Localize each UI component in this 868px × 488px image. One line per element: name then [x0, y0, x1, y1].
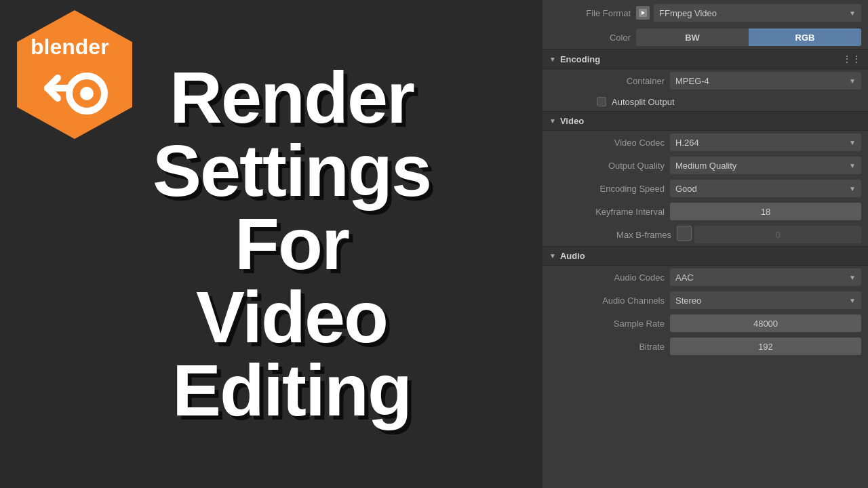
sample-rate-input[interactable]: 48000 — [670, 314, 861, 332]
video-codec-row: Video Codec H.264 ▼ — [542, 131, 868, 154]
audio-codec-control: AAC ▼ — [670, 268, 861, 286]
output-quality-dropdown-arrow: ▼ — [849, 162, 856, 169]
file-format-row: File Format FFmpeg Video ▼ — [542, 0, 868, 26]
sample-rate-row: Sample Rate 48000 — [542, 312, 868, 335]
color-buttons: BW RGB — [636, 28, 861, 46]
encoding-speed-dropdown-arrow: ▼ — [849, 185, 856, 192]
audio-codec-dropdown-arrow: ▼ — [849, 274, 856, 281]
left-panel: blender Render Settings For Video Editin… — [0, 0, 542, 488]
container-dropdown-arrow: ▼ — [849, 77, 856, 85]
file-format-dropdown-arrow: ▼ — [849, 9, 856, 17]
bitrate-input[interactable]: 192 — [670, 338, 861, 355]
output-quality-dropdown[interactable]: Medium Quality ▼ — [670, 157, 861, 174]
output-quality-row: Output Quality Medium Quality ▼ — [542, 154, 868, 177]
encoding-section-title: Encoding — [560, 54, 600, 64]
audio-codec-label: Audio Codec — [549, 272, 665, 283]
encoding-menu-icon[interactable]: ⋮⋮ — [842, 54, 861, 64]
max-bframes-label: Max B-frames — [549, 230, 671, 240]
encoding-arrow-icon: ▼ — [549, 56, 556, 63]
autosplit-row: Autosplit Output — [542, 92, 868, 111]
encoding-section-header[interactable]: ▼ Encoding ⋮⋮ — [542, 49, 868, 69]
keyframe-interval-label: Keyframe Interval — [549, 207, 665, 217]
autosplit-checkbox[interactable] — [597, 97, 606, 106]
bitrate-label: Bitrate — [549, 342, 665, 352]
svg-text:blender: blender — [31, 35, 109, 59]
blender-logo: blender — [7, 7, 142, 142]
audio-channels-label: Audio Channels — [549, 296, 665, 306]
video-codec-control: H.264 ▼ — [670, 134, 861, 151]
audio-codec-dropdown[interactable]: AAC ▼ — [670, 268, 861, 286]
bitrate-control: 192 — [670, 338, 861, 355]
video-section-header[interactable]: ▼ Video — [542, 111, 868, 131]
right-panel: File Format FFmpeg Video ▼ Color BW RGB … — [542, 0, 868, 488]
audio-arrow-icon: ▼ — [549, 252, 556, 260]
encoding-speed-dropdown[interactable]: Good ▼ — [670, 180, 861, 197]
main-title: Render Settings For Video Editing — [112, 61, 431, 427]
container-label: Container — [549, 76, 665, 86]
file-format-dropdown[interactable]: FFmpeg Video ▼ — [654, 4, 861, 22]
output-quality-label: Output Quality — [549, 161, 665, 171]
file-format-label: File Format — [549, 8, 631, 18]
max-bframes-row: Max B-frames 0 — [542, 223, 868, 246]
container-dropdown[interactable]: MPEG-4 ▼ — [670, 72, 861, 89]
audio-channels-row: Audio Channels Stereo ▼ — [542, 289, 868, 312]
sample-rate-control: 48000 — [670, 314, 861, 332]
file-format-control: FFmpeg Video ▼ — [636, 4, 861, 22]
color-label: Color — [549, 33, 631, 43]
output-quality-control: Medium Quality ▼ — [670, 157, 861, 174]
keyframe-interval-row: Keyframe Interval 18 — [542, 200, 868, 223]
encoding-speed-control: Good ▼ — [670, 180, 861, 197]
audio-codec-row: Audio Codec AAC ▼ — [542, 266, 868, 289]
ffmpeg-icon — [636, 6, 650, 20]
audio-channels-dropdown-arrow: ▼ — [849, 297, 856, 304]
svg-marker-0 — [17, 10, 132, 139]
bitrate-row: Bitrate 192 — [542, 335, 868, 358]
max-bframes-input[interactable]: 0 — [694, 226, 861, 243]
keyframe-interval-input[interactable]: 18 — [670, 203, 861, 220]
audio-section-header[interactable]: ▼ Audio — [542, 246, 868, 266]
encoding-speed-row: Encoding Speed Good ▼ — [542, 177, 868, 200]
video-arrow-icon: ▼ — [549, 117, 556, 125]
audio-section-title: Audio — [560, 251, 585, 261]
container-row: Container MPEG-4 ▼ — [542, 69, 868, 92]
color-row: Color BW RGB — [542, 26, 868, 49]
container-control: MPEG-4 ▼ — [670, 72, 861, 89]
autosplit-label: Autosplit Output — [612, 97, 675, 107]
max-bframes-checkbox[interactable] — [677, 226, 692, 241]
video-codec-dropdown-arrow: ▼ — [849, 139, 856, 146]
color-rgb-button[interactable]: RGB — [749, 28, 861, 46]
video-codec-dropdown[interactable]: H.264 ▼ — [670, 134, 861, 151]
video-codec-label: Video Codec — [549, 138, 665, 148]
encoding-speed-label: Encoding Speed — [549, 184, 665, 194]
audio-channels-dropdown[interactable]: Stereo ▼ — [670, 291, 861, 309]
svg-point-3 — [80, 87, 94, 100]
keyframe-interval-control: 18 — [670, 203, 861, 220]
color-bw-button[interactable]: BW — [636, 28, 749, 46]
sample-rate-label: Sample Rate — [549, 319, 665, 329]
video-section-title: Video — [560, 116, 584, 126]
audio-channels-control: Stereo ▼ — [670, 291, 861, 309]
max-bframes-controls: 0 — [677, 226, 861, 243]
